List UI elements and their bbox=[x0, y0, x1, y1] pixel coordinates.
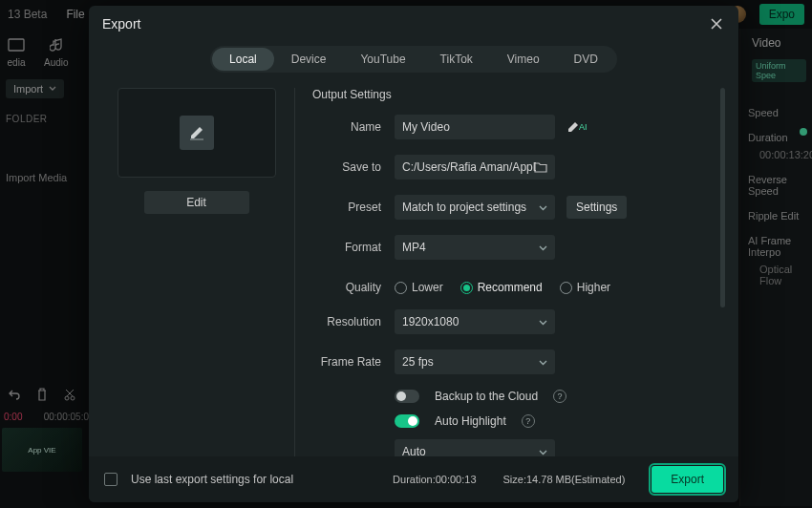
tab-dvd[interactable]: DVD bbox=[557, 48, 615, 71]
preview-thumbnail bbox=[118, 88, 276, 178]
frame-rate-value: 25 fps bbox=[402, 355, 434, 369]
help-icon[interactable]: ? bbox=[553, 390, 566, 403]
pencil-icon bbox=[180, 116, 214, 150]
chevron-down-icon bbox=[539, 315, 547, 328]
chevron-down-icon bbox=[539, 445, 547, 456]
frame-rate-label: Frame Rate bbox=[312, 355, 395, 369]
format-label: Format bbox=[312, 241, 395, 254]
auto-value: Auto bbox=[402, 445, 426, 456]
backup-cloud-label: Backup to the Cloud bbox=[435, 390, 538, 403]
format-value: MP4 bbox=[402, 241, 426, 254]
tab-vimeo[interactable]: Vimeo bbox=[490, 48, 557, 71]
close-icon[interactable] bbox=[708, 15, 725, 32]
tab-tiktok[interactable]: TikTok bbox=[423, 48, 490, 71]
tab-device[interactable]: Device bbox=[274, 48, 344, 71]
edit-name-icon[interactable]: AI bbox=[566, 120, 588, 134]
edit-button[interactable]: Edit bbox=[144, 191, 249, 214]
export-tabs: Local Device YouTube TikTok Vimeo DVD bbox=[210, 46, 617, 73]
preset-value: Match to project settings bbox=[402, 201, 526, 214]
save-to-label: Save to bbox=[312, 160, 395, 174]
quality-label: Quality bbox=[312, 281, 395, 294]
help-icon[interactable]: ? bbox=[522, 414, 535, 428]
dialog-title: Export bbox=[102, 16, 140, 32]
tab-local[interactable]: Local bbox=[212, 48, 274, 71]
auto-highlight-toggle[interactable] bbox=[395, 414, 419, 428]
frame-rate-select[interactable]: 25 fps bbox=[395, 349, 555, 374]
resolution-value: 1920x1080 bbox=[402, 315, 459, 328]
chevron-down-icon bbox=[539, 241, 547, 254]
svg-rect-3 bbox=[190, 139, 203, 140]
output-settings-heading: Output Settings bbox=[312, 88, 719, 101]
tab-youtube[interactable]: YouTube bbox=[343, 48, 422, 71]
preset-label: Preset bbox=[312, 201, 395, 214]
chevron-down-icon bbox=[539, 355, 547, 369]
backup-cloud-toggle[interactable] bbox=[395, 390, 419, 403]
use-last-checkbox[interactable] bbox=[104, 473, 118, 486]
export-button[interactable]: Export bbox=[652, 466, 723, 493]
name-input[interactable]: My Video bbox=[395, 115, 555, 139]
preset-select[interactable]: Match to project settings bbox=[395, 195, 555, 220]
save-to-input[interactable]: C:/Users/Rafia Aman/AppData bbox=[395, 155, 555, 180]
name-label: Name bbox=[312, 120, 395, 134]
export-dialog: Export Local Device YouTube TikTok Vimeo… bbox=[89, 6, 738, 502]
resolution-select[interactable]: 1920x1080 bbox=[395, 309, 555, 334]
quality-higher-radio[interactable]: Higher bbox=[560, 281, 610, 294]
resolution-label: Resolution bbox=[312, 315, 395, 328]
settings-button[interactable]: Settings bbox=[566, 196, 627, 219]
chevron-down-icon bbox=[539, 201, 547, 214]
quality-recommend-radio[interactable]: Recommend bbox=[460, 281, 543, 294]
format-select[interactable]: MP4 bbox=[395, 235, 555, 260]
use-last-label: Use last export settings for local bbox=[131, 473, 293, 486]
browse-folder-icon[interactable] bbox=[534, 161, 547, 173]
scrollbar-thumb[interactable] bbox=[720, 88, 725, 307]
auto-highlight-label: Auto Highlight bbox=[435, 414, 506, 428]
quality-lower-radio[interactable]: Lower bbox=[395, 281, 443, 294]
size-info: Size:14.78 MB(Estimated) bbox=[503, 474, 626, 485]
duration-info: Duration:00:00:13 bbox=[393, 474, 476, 485]
auto-select[interactable]: Auto bbox=[395, 439, 555, 456]
